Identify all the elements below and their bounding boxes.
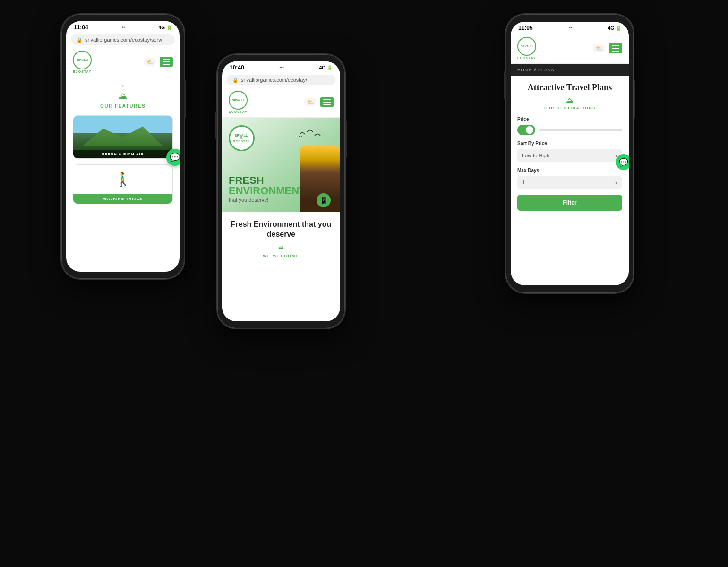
logo-center: SRVALLI ECOSTAY: [229, 91, 248, 113]
price-toggle-row: [517, 125, 622, 135]
features-title: OUR FEATURES: [100, 103, 146, 109]
ham-line-r1: [612, 45, 619, 46]
logo-right: SRVALLI ECOSTAY: [517, 37, 536, 60]
breadcrumb-current: PLANS: [538, 68, 555, 72]
sort-value: Low to High: [522, 153, 549, 158]
signal-left: 4G: [159, 25, 165, 30]
ham-line-3: [163, 64, 170, 65]
hero-birds: [298, 127, 326, 143]
max-days-value: 1: [522, 180, 525, 185]
feature-card-air: FRESH & RICH AIR: [73, 115, 173, 159]
walking-icon: 🚶‍♂️: [115, 172, 131, 187]
phone-left-screen: 11:04 •• 4G 🔋 🔒 srivalliorganics.com/eco…: [66, 21, 180, 272]
home-tagline: Fresh Environment that you deserve: [229, 220, 334, 240]
hamburger-center[interactable]: [320, 97, 334, 107]
logo-circle-right: SRVALLI: [517, 37, 536, 56]
nav-icons-center: ⛅: [304, 97, 334, 107]
cloud-icon-left[interactable]: ⛅: [144, 58, 156, 66]
nav-icons-right: ⛅: [593, 43, 622, 53]
navbar-left: SRVALLI ECOSTAY ⛅: [66, 47, 180, 77]
hero-logo: SRVALLI TM ECOSTAY: [229, 125, 255, 151]
hero-fresh-text: FRESH: [229, 175, 306, 186]
plans-breadcrumb: HOME \\ PLANS: [511, 64, 629, 76]
sort-select[interactable]: Low to High ▾: [517, 149, 622, 162]
home-divider-icon-row: ⛰: [229, 243, 334, 251]
cloud-icon-right[interactable]: ⛅: [593, 44, 605, 52]
status-dots-left: ••: [122, 25, 125, 30]
home-icon: ⛰: [278, 243, 284, 251]
navbar-right: SRVALLI ECOSTAY ⛅: [511, 33, 629, 64]
battery-center: 🔋: [327, 65, 333, 70]
signal-right: 4G: [608, 26, 614, 31]
ham-line-c2: [323, 102, 331, 103]
dot-line-l: [111, 86, 120, 86]
battery-right: 🔋: [616, 26, 621, 31]
hero-banner: SRVALLI TM ECOSTAY FRESH ENVIRONMENT tha…: [222, 118, 340, 212]
phone-center: 10:40 ••• 4G 🔋 🔒 srivalliorganics.com/ec…: [217, 54, 345, 328]
feature-icon-area-trails: 🚶‍♂️: [73, 165, 172, 194]
status-bar-center: 10:40 ••• 4G 🔋: [222, 61, 340, 73]
max-days-select[interactable]: 1 ▾: [517, 176, 622, 189]
hero-deserve-text: that you deserve!: [229, 197, 306, 203]
cloud-icon-center[interactable]: ⛅: [304, 98, 317, 106]
ham-line-1: [163, 59, 170, 60]
feature-card-trails: 🚶‍♂️ WALKING TRAILS: [73, 164, 173, 204]
hero-text-area: FRESH ENVIRONMENT that you deserve!: [229, 175, 306, 203]
divider-line-r: [287, 247, 297, 247]
logo-sub-right: ECOSTAY: [517, 56, 536, 60]
hero-environment-text: ENVIRONMENT: [229, 186, 306, 196]
url-center: srivalliorganics.com/ecostay/: [241, 77, 307, 83]
logo-sub-center: ECOSTAY: [229, 110, 248, 113]
address-bar-center[interactable]: 🔒 srivalliorganics.com/ecostay/: [227, 75, 335, 85]
ham-line-c3: [323, 104, 331, 105]
status-time-center: 10:40: [230, 64, 244, 71]
status-icons-center: 4G 🔋: [319, 65, 333, 70]
phone-right-screen: 11:05 •• 4G 🔋 SRVALLI ECOSTAY ⛅: [511, 22, 629, 285]
home-welcome-text: WE WELCOME: [229, 254, 334, 258]
divider-line-l: [266, 247, 275, 247]
phone-left: 11:04 •• 4G 🔋 🔒 srivalliorganics.com/eco…: [61, 14, 184, 279]
plans-subtitle: OUR DESTINATIONS: [517, 106, 622, 110]
filter-section: Price Sort By Price Low to High ▾ Max Da…: [517, 117, 622, 211]
logo-left: SRVALLI ECOSTAY: [73, 51, 92, 73]
breadcrumb-home[interactable]: HOME: [517, 68, 532, 72]
plans-mountain-icon: ⛰: [566, 96, 574, 105]
plans-divider-r: [576, 101, 584, 101]
breadcrumb-sep: \\: [534, 68, 536, 72]
logo-circle-center: SRVALLI: [229, 91, 248, 110]
signal-center: 4G: [319, 65, 325, 70]
ham-line-r2: [612, 48, 619, 49]
max-days-label: Max Days: [517, 168, 622, 173]
filter-button[interactable]: Filter: [517, 195, 622, 211]
status-dots-right: ••: [569, 26, 572, 30]
nav-icons-left: ⛅: [144, 57, 173, 67]
phone-center-screen: 10:40 ••• 4G 🔋 🔒 srivalliorganics.com/ec…: [222, 61, 340, 321]
lock-icon-left: 🔒: [77, 37, 82, 43]
price-toggle[interactable]: [517, 125, 535, 135]
feature-image-air: FRESH & RICH AIR: [73, 116, 172, 158]
ham-line-2: [163, 61, 170, 62]
dots-divider-top: [111, 85, 135, 87]
ham-line-r3: [612, 51, 619, 52]
home-bottom-section: Fresh Environment that you deserve ⛰ WE …: [222, 212, 340, 266]
phone-icon-float[interactable]: 📱: [317, 193, 331, 207]
plans-icon-row: ⛰: [517, 96, 622, 105]
hamburger-left[interactable]: [160, 57, 173, 67]
status-icons-right: 4G 🔋: [608, 26, 621, 31]
status-icons-left: 4G 🔋: [159, 25, 172, 30]
max-days-chevron-icon: ▾: [615, 180, 617, 185]
plans-divider-l: [556, 101, 563, 101]
feature-btn-trails[interactable]: WALKING TRAILS: [73, 194, 172, 204]
battery-left: 🔋: [166, 25, 172, 30]
address-bar-left[interactable]: 🔒 srivalliorganics.com/ecostay/servi: [71, 34, 175, 45]
price-track: [539, 129, 622, 131]
whatsapp-float-left[interactable]: 💬: [166, 149, 180, 166]
whatsapp-float-right[interactable]: 💬: [616, 154, 629, 170]
status-dots-center: •••: [279, 65, 283, 70]
url-left: srivalliorganics.com/ecostay/servi: [85, 37, 162, 43]
dot-center: [122, 85, 124, 87]
status-time-right: 11:05: [518, 25, 533, 31]
features-section: ⛰ OUR FEATURES FRESH & RICH AIR 🚶‍♂️ WAL…: [66, 77, 180, 217]
phone-right: 11:05 •• 4G 🔋 SRVALLI ECOSTAY ⛅: [506, 14, 634, 293]
hamburger-right[interactable]: [609, 43, 622, 53]
